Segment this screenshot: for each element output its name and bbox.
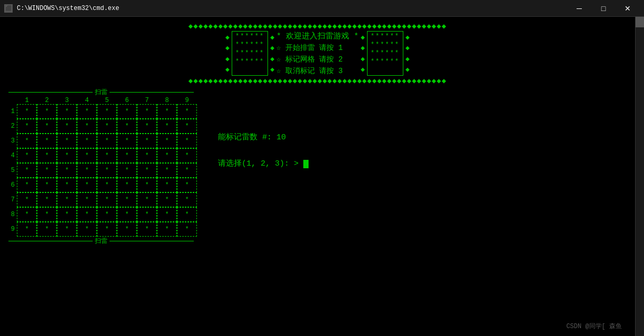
grid-cell-5-3[interactable]: * <box>57 163 77 178</box>
grid-cell-7-7[interactable]: * <box>137 192 157 207</box>
col-header-2: 2 <box>37 97 57 104</box>
grid-cell-5-1[interactable]: * <box>17 163 37 178</box>
scrollbar-thumb[interactable] <box>636 17 644 27</box>
grid-cell-9-3[interactable]: * <box>57 222 77 237</box>
grid-cell-1-4[interactable]: * <box>77 104 97 119</box>
grid-cell-3-6[interactable]: * <box>117 134 137 148</box>
grid-cell-9-9[interactable]: * <box>177 222 197 237</box>
right-diamond-2: ◆ <box>405 44 410 52</box>
grid-cell-8-1[interactable]: * <box>17 207 37 222</box>
grid-cell-8-9[interactable]: * <box>177 207 197 222</box>
inner-left-diamond-3: ◆ <box>270 55 274 63</box>
grid-cell-4-1[interactable]: * <box>17 148 37 163</box>
grid-cell-9-6[interactable]: * <box>117 222 137 237</box>
grid-cell-1-9[interactable]: * <box>177 104 197 119</box>
grid-cell-7-9[interactable]: * <box>177 192 197 207</box>
grid-cell-8-2[interactable]: * <box>37 207 57 222</box>
grid-cell-9-4[interactable]: * <box>77 222 97 237</box>
grid-cell-4-2[interactable]: * <box>37 148 57 163</box>
grid-cell-3-7[interactable]: * <box>137 134 157 148</box>
grid-cell-7-6[interactable]: * <box>117 192 137 207</box>
col-header-4: 4 <box>77 97 97 104</box>
grid-cell-5-6[interactable]: * <box>117 163 137 178</box>
grid-cell-5-5[interactable]: * <box>97 163 117 178</box>
grid-cell-3-9[interactable]: * <box>177 134 197 148</box>
grid-cell-2-2[interactable]: * <box>37 119 57 134</box>
grid-cell-9-5[interactable]: * <box>97 222 117 237</box>
grid-cell-6-9[interactable]: * <box>177 178 197 192</box>
table-row: 1********* <box>5 104 197 119</box>
grid-cell-6-6[interactable]: * <box>117 178 137 192</box>
grid-cell-8-5[interactable]: * <box>97 207 117 222</box>
grid-cell-4-3[interactable]: * <box>57 148 77 163</box>
grid-cell-2-6[interactable]: * <box>117 119 137 134</box>
left-star-3: ****** <box>235 49 264 57</box>
maximize-button[interactable]: □ <box>591 0 616 17</box>
minimize-button[interactable]: ─ <box>567 0 591 17</box>
grid-cell-3-2[interactable]: * <box>37 134 57 148</box>
grid-cell-7-2[interactable]: * <box>37 192 57 207</box>
grid-cell-8-7[interactable]: * <box>137 207 157 222</box>
grid-cell-1-5[interactable]: * <box>97 104 117 119</box>
grid-cell-4-6[interactable]: * <box>117 148 137 163</box>
title-bar: ⬛ C:\WINDOWS\system32\cmd.exe ─ □ ✕ <box>0 0 644 17</box>
grid-cell-4-9[interactable]: * <box>177 148 197 163</box>
grid-cell-2-1[interactable]: * <box>17 119 37 134</box>
grid-cell-6-1[interactable]: * <box>17 178 37 192</box>
grid-cell-5-9[interactable]: * <box>177 163 197 178</box>
grid-cell-5-7[interactable]: * <box>137 163 157 178</box>
grid-cell-4-5[interactable]: * <box>97 148 117 163</box>
grid-cell-5-8[interactable]: * <box>157 163 177 178</box>
close-button[interactable]: ✕ <box>616 0 640 17</box>
grid-cell-6-5[interactable]: * <box>97 178 117 192</box>
scrollbar[interactable] <box>635 17 644 336</box>
grid-cell-6-3[interactable]: * <box>57 178 77 192</box>
grid-cell-2-9[interactable]: * <box>177 119 197 134</box>
grid-cell-9-8[interactable]: * <box>157 222 177 237</box>
right-diamond-1: ◆ <box>405 33 410 42</box>
grid-cell-2-8[interactable]: * <box>157 119 177 134</box>
grid-cell-8-6[interactable]: * <box>117 207 137 222</box>
col-header-8: 8 <box>157 97 177 104</box>
grid-cell-5-2[interactable]: * <box>37 163 57 178</box>
grid-cell-9-7[interactable]: * <box>137 222 157 237</box>
grid-cell-6-2[interactable]: * <box>37 178 57 192</box>
grid-cell-9-2[interactable]: * <box>37 222 57 237</box>
table-row: 7********* <box>5 192 197 207</box>
grid-cell-1-7[interactable]: * <box>137 104 157 119</box>
grid-cell-3-3[interactable]: * <box>57 134 77 148</box>
grid-cell-6-4[interactable]: * <box>77 178 97 192</box>
grid-cell-4-4[interactable]: * <box>77 148 97 163</box>
grid-cell-1-3[interactable]: * <box>57 104 77 119</box>
grid-cell-9-1[interactable]: * <box>17 222 37 237</box>
table-row: 3********* <box>5 134 197 148</box>
row-label-3: 3 <box>5 137 17 145</box>
grid-cell-8-4[interactable]: * <box>77 207 97 222</box>
grid-cell-1-8[interactable]: * <box>157 104 177 119</box>
grid-cell-7-4[interactable]: * <box>77 192 97 207</box>
grid-cell-7-1[interactable]: * <box>17 192 37 207</box>
game-area: 扫雷 1 2 3 4 5 6 7 8 9 1*********2********… <box>5 88 630 246</box>
grid-cell-2-3[interactable]: * <box>57 119 77 134</box>
grid-cell-3-5[interactable]: * <box>97 134 117 148</box>
grid-cell-3-8[interactable]: * <box>157 134 177 148</box>
grid-cell-4-7[interactable]: * <box>137 148 157 163</box>
grid-cell-6-7[interactable]: * <box>137 178 157 192</box>
grid-cell-7-5[interactable]: * <box>97 192 117 207</box>
grid-cell-8-3[interactable]: * <box>57 207 77 222</box>
grid-cell-2-7[interactable]: * <box>137 119 157 134</box>
grid-cell-2-5[interactable]: * <box>97 119 117 134</box>
grid-cell-6-8[interactable]: * <box>157 178 177 192</box>
grid-cell-5-4[interactable]: * <box>77 163 97 178</box>
grid-cell-4-8[interactable]: * <box>157 148 177 163</box>
grid-cell-7-8[interactable]: * <box>157 192 177 207</box>
col-header-6: 6 <box>117 97 137 104</box>
grid-cell-8-8[interactable]: * <box>157 207 177 222</box>
grid-cell-1-6[interactable]: * <box>117 104 137 119</box>
grid-cell-7-3[interactable]: * <box>57 192 77 207</box>
grid-cell-2-4[interactable]: * <box>77 119 97 134</box>
grid-cell-3-1[interactable]: * <box>17 134 37 148</box>
grid-cell-1-1[interactable]: * <box>17 104 37 119</box>
grid-cell-1-2[interactable]: * <box>37 104 57 119</box>
grid-cell-3-4[interactable]: * <box>77 134 97 148</box>
